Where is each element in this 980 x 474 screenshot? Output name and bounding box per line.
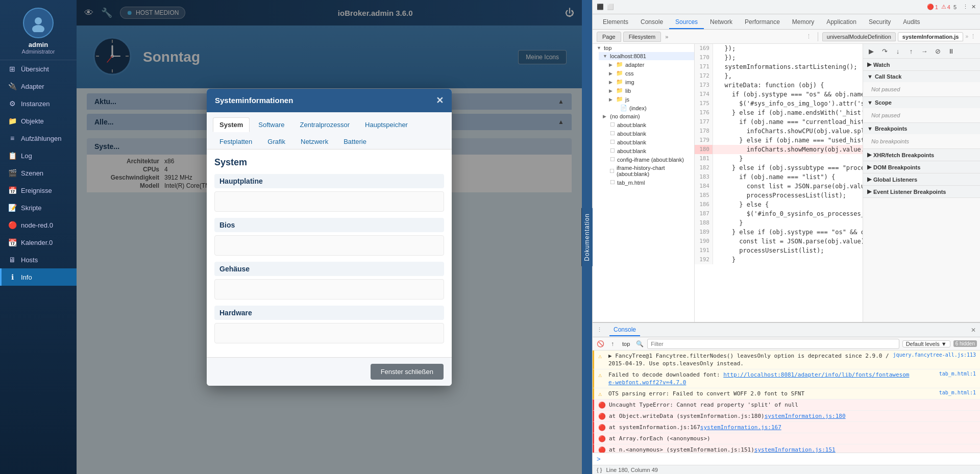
tree-js-index[interactable]: 📄 (index) [605,104,694,112]
sidebar-item-ereignisse[interactable]: 📅 Ereignisse [0,182,77,199]
tree-tab-m[interactable]: ☐ tab_m.html [599,178,694,187]
call-stack-header[interactable]: ▼ Call Stack [863,71,980,82]
sidebar-item-skripte[interactable]: 📝 Skripte [0,199,77,216]
console-input[interactable] [604,456,976,462]
tab-zentralprozessor[interactable]: Zentralprozessor [293,117,357,132]
tree-about-blank-2[interactable]: ☐ about:blank [599,129,694,138]
file-tab-systeminformation[interactable]: systemInformation.js [898,32,964,41]
tab-elements[interactable]: Elements [597,16,634,29]
line-number: 170 [695,53,713,62]
source-options[interactable]: ⋮ [806,33,812,40]
console-close-btn[interactable]: ✕ [971,327,976,334]
tree-about-blank-4[interactable]: ☐ about:blank [599,146,694,155]
tab-application[interactable]: Application [820,16,863,29]
sidebar-item-label: Adapter [21,83,44,90]
tab-security[interactable]: Security [863,16,897,29]
tab-memory[interactable]: Memory [786,16,820,29]
code-line-185: 185 processProcessesList(list); [695,191,863,200]
code-panel[interactable]: 169 });170 });171 systemInformations.sta… [695,44,863,322]
sidebar-item-kalender[interactable]: 📆 Kalender.0 [0,234,77,251]
tree-iframe-history[interactable]: ☐ iframe-history-chart (about:blank) [599,164,694,178]
watch-header[interactable]: ▶ Watch [863,59,980,70]
step-btn[interactable]: → [919,46,929,56]
sidebar-item-aufzaehlungen[interactable]: ≡ Aufzählungen [0,130,77,147]
console-tab-label[interactable]: Console [609,324,640,336]
console-link[interactable]: systemInformation.js:167 [700,424,781,431]
tree-about-blank-1[interactable]: ☐ about:blank [599,120,694,129]
event-listener-header[interactable]: ▶ Event Listener Breakpoints [863,186,980,197]
tab-system[interactable]: System [213,117,250,132]
modal-close-button[interactable]: ✕ [436,95,444,106]
tab-audits[interactable]: Audits [897,16,926,29]
console-link[interactable]: systemInformation.js:180 [765,413,846,419]
tab-grafik[interactable]: Grafik [261,134,292,149]
xhr-breakpoints-header[interactable]: ▶ XHR/fetch Breakpoints [863,149,980,161]
dom-breakpoints-header[interactable]: ▶ DOM Breakpoints [863,161,980,173]
sidebar-item-instanzen[interactable]: ⚙ Instanzen [0,95,77,112]
file-options[interactable]: ⋮ [970,33,976,40]
sidebar-item-uebersicht[interactable]: ⊞ Übersicht [0,60,77,78]
console-link[interactable]: http://localhost:8081/adapter/info/lib/f… [608,371,909,386]
tree-about-blank-3[interactable]: ☐ about:blank [599,138,694,146]
clear-console-btn[interactable]: 🚫 [596,339,605,348]
tree-js[interactable]: ▶ 📁 js [605,95,694,104]
console-link[interactable]: systemInformation.js:151 [754,446,836,453]
breakpoints-header[interactable]: ▼ Breakpoints [863,123,980,134]
dokumentation-label[interactable]: Dokumentation [581,208,593,266]
tab-festplatten[interactable]: Festplatten [213,134,259,149]
tree-img[interactable]: ▶ 📁 img [605,78,694,86]
devtools-undock-icon[interactable]: ⬜ [607,4,614,10]
source-tab-page[interactable]: Page [597,32,621,42]
tree-adapter[interactable]: ▶ 📁 adapter [605,60,694,69]
file-tab-universal[interactable]: universalModuleDefinition [822,32,896,41]
scope-header[interactable]: ▼ Scope [863,97,980,108]
source-tabs-more[interactable]: » [665,34,668,40]
tree-no-domain[interactable]: ▶ (no domain) [599,112,694,120]
console-search-btn[interactable]: 🔍 [635,339,644,348]
close-modal-button[interactable]: Fenster schließen [371,364,444,380]
console-drawer-icon[interactable]: ⋮ [597,327,602,333]
console-top-btn[interactable]: ↑ [608,339,617,348]
tree-config-iframe[interactable]: ☐ config-iframe (about:blank) [599,155,694,164]
tab-sources[interactable]: Sources [669,16,704,29]
step-over-btn[interactable]: ↷ [879,46,890,56]
step-into-btn[interactable]: ↓ [893,46,903,56]
modal-overlay[interactable]: Systeminformationen ✕ System Software Ze… [77,0,582,474]
sidebar-item-info[interactable]: ℹ Info [0,268,77,286]
tab-performance[interactable]: Performance [739,16,786,29]
sidebar-item-szenen[interactable]: 🎬 Szenen [0,164,77,182]
console-source[interactable]: jquery.fancytree-all.js:113 [893,352,976,358]
sidebar-item-log[interactable]: 📋 Log [0,147,77,164]
tab-hauptspeicher[interactable]: Hauptspeicher [358,117,414,132]
resume-btn[interactable]: ▶ [866,46,876,56]
tab-console[interactable]: Console [634,16,669,29]
console-filter-input[interactable] [647,339,899,349]
tab-netzwerk[interactable]: Netzwerk [294,134,335,149]
sidebar-item-hosts[interactable]: 🖥 Hosts [0,251,77,268]
tree-css[interactable]: ▶ 📁 css [605,69,694,78]
file-tab-more-arrow[interactable]: » [965,34,968,39]
sidebar-item-nodered[interactable]: 🔴 node-red.0 [0,216,77,234]
sidebar-item-objekte[interactable]: 📁 Objekte [0,112,77,130]
devtools-close-icon[interactable]: ✕ [971,4,976,10]
deactivate-btn[interactable]: ⊘ [933,46,943,56]
tab-batterie[interactable]: Batterie [337,134,373,149]
devtools-dock-icon[interactable]: ⬛ [597,4,604,10]
step-out-btn[interactable]: ↑ [906,46,916,56]
console-source[interactable]: tab_m.html:1 [915,390,976,395]
tab-software[interactable]: Software [252,117,291,132]
devtools-more-icon[interactable]: ⋮ [963,4,968,10]
console-source[interactable]: tab_m.html:1 [915,371,976,377]
tab-network[interactable]: Network [704,16,739,29]
tree-lib[interactable]: ▶ 📁 lib [605,86,694,95]
global-listeners-header[interactable]: ▶ Global Listeners [863,173,980,185]
code-line-172: 172 }, [695,71,863,81]
tree-localhost[interactable]: ▼ localhost:8081 [599,52,694,60]
nodered-icon: 🔴 [8,220,17,230]
sidebar-item-adapter[interactable]: 🔌 Adapter [0,78,77,95]
pause-exceptions-btn[interactable]: ⏸ [946,46,956,56]
modal-body: System Hauptplatine Bios Gehäuse Har [207,149,452,357]
source-tab-filesystem[interactable]: Filesystem [623,32,662,42]
console-level-select[interactable]: Default levels ▼ [902,340,950,347]
tree-top[interactable]: ▼ top [593,44,694,52]
